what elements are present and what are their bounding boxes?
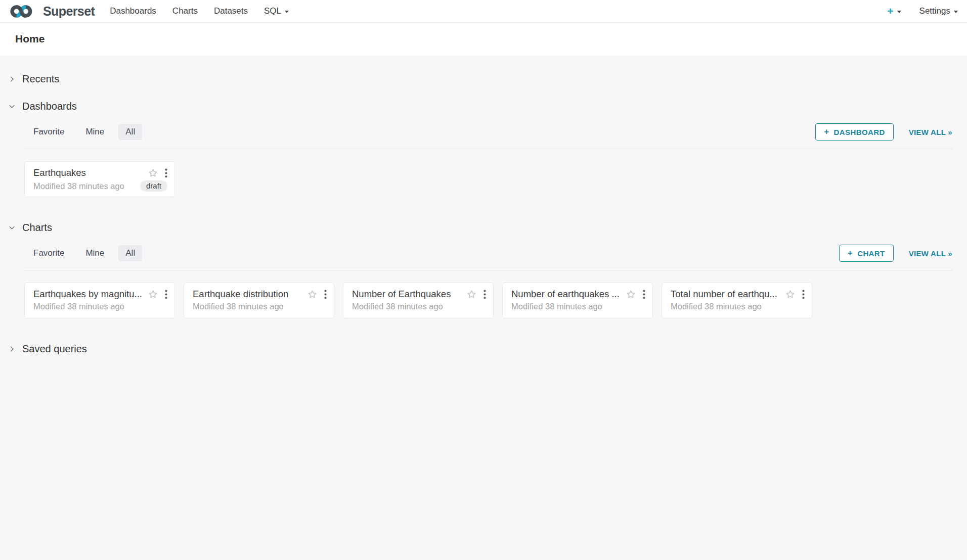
- star-icon[interactable]: [307, 289, 318, 300]
- chart-card-title[interactable]: Total number of earthqu...: [671, 289, 781, 300]
- charts-body: Favorite Mine All + CHART VIEW ALL » Ear…: [24, 245, 952, 318]
- nav-item-label: SQL: [264, 6, 281, 16]
- tab-favorite[interactable]: Favorite: [26, 245, 71, 261]
- section-charts: Charts Favorite Mine All + CHART VIEW AL…: [0, 220, 967, 318]
- kebab-menu-icon[interactable]: [165, 168, 167, 178]
- modified-timestamp: Modified 38 minutes ago: [33, 181, 124, 191]
- superset-brand[interactable]: Superset: [9, 4, 95, 19]
- draft-status-badge: draft: [140, 180, 167, 192]
- charts-cards: Earthquakes by magnitu... Modified 38 mi…: [24, 283, 952, 318]
- chart-card-title[interactable]: Earthquakes by magnitu...: [33, 289, 144, 300]
- section-title: Dashboards: [22, 101, 77, 112]
- charts-view-all-link[interactable]: VIEW ALL »: [909, 249, 952, 258]
- add-dashboard-label: DASHBOARD: [834, 128, 885, 136]
- section-dashboards: Dashboards Favorite Mine All + DASHBOARD…: [0, 99, 967, 197]
- chart-card[interactable]: Earthquake distribution Modified 38 minu…: [184, 283, 334, 318]
- nav-item-label: Datasets: [214, 6, 248, 16]
- tab-mine[interactable]: Mine: [78, 124, 111, 140]
- caret-down-icon: [897, 11, 901, 13]
- saved-queries-collapse-header[interactable]: Saved queries: [0, 342, 967, 356]
- charts-actions: + CHART VIEW ALL »: [839, 245, 952, 262]
- chevron-down-icon: [8, 224, 16, 231]
- dashboards-cards: Earthquakes Modified 38 minutes ago: [24, 161, 952, 197]
- tab-all[interactable]: All: [118, 124, 142, 140]
- modified-timestamp: Modified 38 minutes ago: [671, 302, 762, 311]
- chart-card[interactable]: Total number of earthqu... Modified 38 m…: [662, 283, 812, 318]
- kebab-menu-icon[interactable]: [324, 290, 327, 299]
- caret-down-icon: [285, 11, 289, 13]
- nav-item-label: Dashboards: [110, 6, 156, 16]
- kebab-menu-icon[interactable]: [165, 290, 167, 299]
- charts-tabs: Favorite Mine All: [24, 245, 149, 261]
- brand-name: Superset: [43, 4, 95, 19]
- nav-item-datasets[interactable]: Datasets: [214, 6, 248, 16]
- add-chart-button[interactable]: + CHART: [839, 245, 894, 262]
- plus-icon: +: [887, 5, 893, 17]
- superset-logo-icon: [9, 4, 39, 19]
- plus-icon: +: [824, 127, 829, 137]
- settings-label: Settings: [919, 6, 950, 16]
- modified-timestamp: Modified 38 minutes ago: [352, 302, 443, 311]
- home-content: Recents Dashboards Favorite Mine All + D…: [0, 56, 967, 356]
- dashboards-collapse-header[interactable]: Dashboards: [0, 99, 967, 113]
- dashboards-toolbar: Favorite Mine All + DASHBOARD VIEW ALL »: [24, 123, 952, 149]
- chart-card[interactable]: Number of Earthquakes Modified 38 minute…: [343, 283, 494, 318]
- dashboard-card-title[interactable]: Earthquakes: [33, 167, 144, 178]
- tab-mine[interactable]: Mine: [78, 245, 111, 261]
- nav-item-sql[interactable]: SQL: [264, 6, 289, 16]
- page-header: Home: [0, 23, 967, 56]
- chart-card-title[interactable]: Number of Earthquakes: [352, 289, 462, 300]
- navbar: Superset Dashboards Charts Datasets SQL …: [0, 0, 967, 23]
- settings-menu-button[interactable]: Settings: [919, 6, 958, 16]
- section-recents: Recents: [0, 72, 967, 86]
- section-title: Saved queries: [22, 343, 87, 355]
- nav-item-label: Charts: [172, 6, 198, 16]
- chart-card[interactable]: Number of earthquakes ... Modified 38 mi…: [502, 283, 653, 318]
- charts-collapse-header[interactable]: Charts: [0, 220, 967, 235]
- nav-item-dashboards[interactable]: Dashboards: [110, 6, 156, 16]
- page-title: Home: [15, 33, 952, 45]
- section-saved-queries: Saved queries: [0, 342, 967, 356]
- star-icon[interactable]: [626, 289, 636, 300]
- dashboards-tabs: Favorite Mine All: [24, 124, 149, 140]
- modified-timestamp: Modified 38 minutes ago: [511, 302, 602, 311]
- kebab-menu-icon[interactable]: [643, 290, 645, 299]
- dashboards-body: Favorite Mine All + DASHBOARD VIEW ALL »…: [24, 123, 952, 197]
- kebab-menu-icon[interactable]: [802, 290, 805, 299]
- chart-card-title[interactable]: Earthquake distribution: [193, 289, 303, 300]
- navbar-right: + Settings: [887, 5, 958, 17]
- section-title: Charts: [22, 222, 52, 234]
- chevron-right-icon: [8, 75, 16, 83]
- star-icon[interactable]: [466, 289, 477, 300]
- chart-card[interactable]: Earthquakes by magnitu... Modified 38 mi…: [24, 283, 175, 318]
- dashboard-card[interactable]: Earthquakes Modified 38 minutes ago: [24, 161, 175, 197]
- nav-item-charts[interactable]: Charts: [172, 6, 198, 16]
- chevron-down-icon: [8, 103, 16, 110]
- recents-collapse-header[interactable]: Recents: [0, 72, 967, 86]
- tab-all[interactable]: All: [118, 245, 142, 261]
- dashboards-view-all-link[interactable]: VIEW ALL »: [909, 128, 952, 136]
- star-icon[interactable]: [148, 168, 158, 178]
- new-item-menu-button[interactable]: +: [887, 5, 901, 17]
- dashboards-actions: + DASHBOARD VIEW ALL »: [815, 123, 952, 141]
- modified-timestamp: Modified 38 minutes ago: [193, 302, 284, 311]
- charts-toolbar: Favorite Mine All + CHART VIEW ALL »: [24, 245, 952, 270]
- chart-card-title[interactable]: Number of earthquakes ...: [511, 289, 622, 300]
- add-dashboard-button[interactable]: + DASHBOARD: [815, 123, 893, 141]
- tab-favorite[interactable]: Favorite: [26, 124, 71, 140]
- add-chart-label: CHART: [857, 249, 885, 258]
- plus-icon: +: [848, 248, 853, 258]
- chevron-right-icon: [8, 345, 16, 353]
- star-icon[interactable]: [785, 289, 796, 300]
- modified-timestamp: Modified 38 minutes ago: [33, 302, 124, 311]
- kebab-menu-icon[interactable]: [484, 290, 486, 299]
- caret-down-icon: [954, 11, 958, 13]
- star-icon[interactable]: [148, 289, 158, 300]
- section-title: Recents: [22, 73, 59, 85]
